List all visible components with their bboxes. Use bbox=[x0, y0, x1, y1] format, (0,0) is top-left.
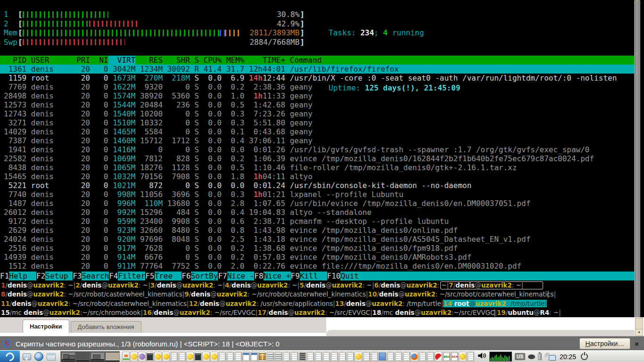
workspace-3[interactable] bbox=[90, 352, 105, 362]
show-desktop-button[interactable] bbox=[46, 351, 57, 362]
notification-bubble-icon[interactable] bbox=[528, 354, 535, 359]
document-window-button[interactable] bbox=[371, 352, 378, 362]
battery-icon[interactable] bbox=[538, 353, 542, 360]
chick-window-button[interactable] bbox=[355, 352, 362, 362]
red-app-window-button[interactable] bbox=[435, 352, 442, 362]
fkey-f10[interactable]: F10 bbox=[327, 272, 341, 280]
document-window-button[interactable] bbox=[330, 352, 338, 362]
process-row[interactable]: 5221root2001021M8720S0.00.00:01.24/usr/s… bbox=[0, 181, 635, 190]
process-row[interactable]: 1512denis200911M777647752S0.02.00:22.76e… bbox=[0, 262, 635, 271]
fkey-f2[interactable]: F2 bbox=[36, 272, 45, 280]
process-row[interactable]: 7387denis2001460M157121712S0.00.437:06.1… bbox=[0, 136, 635, 145]
fkey-f5[interactable]: F5 bbox=[145, 272, 154, 280]
document-window-button[interactable] bbox=[290, 352, 298, 362]
fkey-f8[interactable]: F8 bbox=[254, 272, 263, 280]
column-header-res[interactable]: RES bbox=[135, 56, 163, 65]
document-window-button[interactable] bbox=[170, 352, 178, 362]
terminal-window-button[interactable] bbox=[194, 352, 202, 362]
fkey-f4[interactable]: F4 bbox=[109, 272, 118, 280]
spreadsheet-window-button[interactable] bbox=[242, 352, 250, 362]
fkey-label-sortby[interactable]: SortBy bbox=[191, 272, 218, 280]
keyboard-layout-indicator[interactable]: US bbox=[515, 353, 525, 360]
process-row[interactable]: 8438denis2001065M182761128S0.00.51:10.46… bbox=[0, 163, 635, 172]
workspace-2[interactable] bbox=[75, 352, 90, 362]
fkey-label-nice[interactable]: Nice + bbox=[264, 272, 291, 280]
spreadsheet-window-button[interactable] bbox=[250, 352, 258, 362]
screen-window-6[interactable]: 6/denis@uzavrik2: ~| bbox=[374, 281, 449, 289]
noscript-icon[interactable]: S bbox=[3, 339, 11, 348]
process-row[interactable]: 1487denis200996M110M13680S0.02.81:07.65/… bbox=[0, 199, 635, 208]
process-row[interactable]: 9172denis200959M234009908S0.00.62:38.71p… bbox=[0, 217, 635, 226]
document-window-button[interactable] bbox=[314, 352, 322, 362]
purple-bird-window-button[interactable] bbox=[138, 352, 146, 362]
document-window-button[interactable] bbox=[339, 352, 346, 362]
process-row[interactable]: 2516denis200917M76280S0.00.21:38.68evinc… bbox=[0, 244, 635, 253]
column-header-pri[interactable]: PRI bbox=[72, 56, 90, 65]
screen-window-11[interactable]: 11/denis@uzavrik2: ~/src/robot/casterwhe… bbox=[1, 300, 189, 307]
fkey-f3[interactable]: F3 bbox=[73, 272, 82, 280]
screen-window-8[interactable]: 8/denis@uzavrik2: ~/src/robot/casterwhee… bbox=[1, 290, 184, 298]
document-window-button[interactable] bbox=[467, 352, 474, 362]
document-window-button[interactable] bbox=[178, 352, 186, 362]
power-button-icon[interactable] bbox=[581, 353, 588, 360]
fkey-label-tree[interactable]: Tree bbox=[155, 272, 182, 280]
fkey-f6[interactable]: F6 bbox=[182, 272, 190, 280]
chick-window-button[interactable] bbox=[210, 352, 218, 362]
start-menu-button[interactable] bbox=[0, 351, 20, 362]
chick-window-button[interactable] bbox=[162, 352, 170, 362]
document-window-button[interactable] bbox=[218, 352, 226, 362]
document-dark-window-button[interactable] bbox=[298, 352, 306, 362]
process-row[interactable]: 2629denis200923M326608480S0.00.81:43.98e… bbox=[0, 226, 635, 235]
screen-window-16[interactable]: 16/denis@uzavrik2: ~/src/EVVGC| bbox=[143, 309, 257, 316]
screen-window-18[interactable]: 18/mc denis@uzavrik2:~/src/EVVGC| bbox=[372, 309, 497, 316]
tab-add-attachments[interactable]: Добавить вложения bbox=[71, 321, 141, 333]
document-window-button[interactable] bbox=[306, 352, 314, 362]
document-window-button[interactable] bbox=[322, 352, 330, 362]
column-header-ni[interactable]: NI bbox=[90, 56, 108, 65]
firefox-window-button[interactable] bbox=[411, 352, 418, 362]
volume-icon[interactable] bbox=[478, 352, 487, 361]
screen-window-1[interactable]: 1/denis@uzavrik2: ~| bbox=[1, 281, 75, 289]
process-row[interactable]: 22582denis2001069M7812828S0.00.21:06.39e… bbox=[0, 154, 635, 163]
process-row[interactable]: 14029denis2001465M55840S0.00.10:43.68gea… bbox=[0, 127, 635, 136]
document-list-window-button[interactable] bbox=[274, 352, 282, 362]
document-window-button[interactable] bbox=[387, 352, 394, 362]
document-window-button[interactable] bbox=[234, 352, 242, 362]
chick-window-button[interactable] bbox=[202, 352, 210, 362]
process-row[interactable]: 12573denis2001544M20484236S0.00.51:42.68… bbox=[0, 100, 635, 109]
fkey-label-setup[interactable]: Setup bbox=[45, 272, 73, 280]
tab-settings[interactable]: Настройки bbox=[23, 320, 69, 333]
workspace-4[interactable] bbox=[105, 352, 119, 362]
process-row[interactable]: 15465denis2001032M701567908S0.01.81h04:1… bbox=[0, 172, 635, 181]
workspace-1[interactable] bbox=[61, 352, 75, 362]
fkey-label-help[interactable]: Help bbox=[9, 272, 36, 280]
screen-window-19[interactable]: 19/ubuntu@R4: ~| bbox=[497, 309, 561, 316]
column-header-mem[interactable]: MEM% bbox=[222, 56, 244, 65]
terminal-window-button[interactable] bbox=[146, 352, 154, 362]
chick-window-button[interactable] bbox=[154, 352, 162, 362]
document-window-button[interactable] bbox=[419, 352, 426, 362]
process-row[interactable]: 3271denis2001510M103320S0.00.35:51.80gea… bbox=[0, 118, 635, 127]
screen-window-2[interactable]: 2/denis@uzavrik2: ~| bbox=[75, 281, 150, 289]
column-header-virt[interactable]: VIRT bbox=[108, 56, 136, 65]
screen-window-9[interactable]: 9/denis@uzavrik2: ~/src/robot/casterwhee… bbox=[184, 290, 368, 298]
process-row[interactable]: 14939denis200914M66760S0.00.20:57.03evin… bbox=[0, 253, 635, 262]
column-header-shr[interactable]: SHR bbox=[163, 56, 190, 65]
screen-window-12[interactable]: 12/denis@uzavrik2: /usr/share/applicatio… bbox=[189, 300, 335, 307]
screen-window-3[interactable]: 3/denis@uzavrik2: ~| bbox=[150, 281, 225, 289]
process-row[interactable]: 28498denis2001574M389205360S0.01.01h11:3… bbox=[0, 91, 635, 100]
blue-document-window-button[interactable] bbox=[379, 352, 386, 362]
cpu-graph-icon[interactable] bbox=[489, 352, 512, 362]
file-manager-launcher[interactable] bbox=[21, 351, 32, 362]
column-header-s[interactable]: S bbox=[190, 56, 199, 65]
web-browser-launcher[interactable] bbox=[33, 351, 44, 362]
process-row[interactable]: 1361denis2003042M1234M30092R41.431.712h4… bbox=[0, 65, 635, 74]
fkey-label-nice[interactable]: Nice - bbox=[227, 272, 255, 280]
screen-window-13[interactable]: 13/denis@uzavrik2: /tmp/turtle| bbox=[335, 300, 443, 307]
document-window-button[interactable] bbox=[395, 352, 402, 362]
package-window-button[interactable] bbox=[258, 352, 266, 362]
process-row[interactable]: 7769denis2001622M93200S0.00.22:38.36gean… bbox=[0, 82, 635, 91]
document-window-button[interactable] bbox=[347, 352, 354, 362]
process-row[interactable]: 1159root2001673M270M218MS0.06.914h12:44/… bbox=[0, 74, 635, 82]
process-row[interactable]: 12743denis2001540M102000S0.00.37:23.26ge… bbox=[0, 109, 635, 118]
